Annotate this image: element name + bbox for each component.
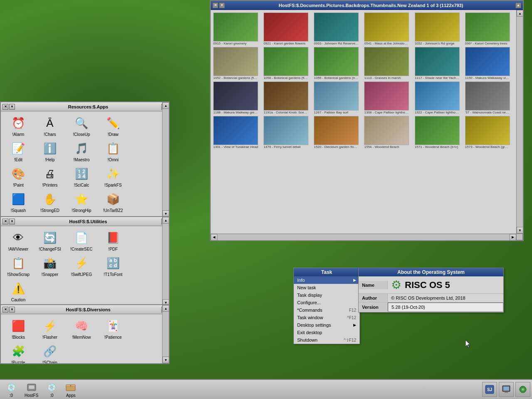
app-icon-!MemNow[interactable]: 🧠!MemNow [66, 317, 96, 340]
pic-window-titlebar[interactable]: ✕ ▼ HostFS:$.Documents.Pictures.Backdrop… [211, 1, 523, 10]
photo-thumb[interactable]: 1267 - Palliser Bay surf [314, 81, 362, 114]
photo-thumb[interactable]: 1573 - Woodend Beach (greenery) [465, 116, 514, 149]
photo-thumb[interactable]: 1571 - Woodend Beach (b+c) [415, 116, 463, 149]
diversions-window-toggle[interactable]: ▼ [9, 307, 15, 313]
photo-thumb[interactable]: 096* - Karori Cemetery trees [465, 12, 514, 45]
photo-thumb[interactable]: 0915 - Karori greenery [213, 12, 262, 45]
app-icon-!Squash[interactable]: 🟦!Squash [3, 190, 33, 214]
photo-thumb[interactable]: 1058 - Botanical gardens (floor... [264, 47, 312, 80]
app-icon-!SChain[interactable]: 🔗!SChain [35, 342, 65, 363]
utilities-scrollbar[interactable]: ▲ ▼ [162, 217, 169, 306]
app-icon-!Maestro[interactable]: 🎵!Maestro [66, 139, 96, 163]
menu-item-desktop-settings[interactable]: Desktop settings▶ [294, 321, 360, 329]
taskbar-item-apps[interactable]: Apps [61, 380, 80, 399]
photo-thumb[interactable]: 1520 - Diecidum garden flowers [314, 116, 362, 149]
diversions-window-close[interactable]: ✕ [2, 307, 8, 313]
app-icon-!Printers[interactable]: 🖨!Printers [35, 165, 65, 188]
apps-window-titlebar[interactable]: ✕ ▼ Resources:$.Apps ▲ [1, 102, 169, 111]
diversions-scrollbar[interactable]: ▲ ▼ [162, 305, 169, 363]
app-icon-!ShowScrap[interactable]: 📋!ShowScrap [3, 254, 33, 278]
photo-thumb[interactable]: 1188 - Makura Walkway greenery [213, 81, 262, 114]
app-icon-!Puzzle[interactable]: 🧩!Puzzle [3, 342, 33, 363]
scroll-up-btn[interactable]: ▲ [163, 102, 169, 109]
app-icon-!Chars[interactable]: Ā!Chars [35, 114, 65, 138]
photo-thumb[interactable]: 0541 - Mass at the Johnston Hills [364, 12, 413, 45]
photo-thumb[interactable]: 1301 - View of Turakirae Head [213, 116, 262, 149]
pic-close-btn[interactable]: ✕ [212, 2, 218, 8]
app-icon-!Blocks[interactable]: 🟥!Blocks [3, 317, 33, 340]
app-icon-!StrongED[interactable]: ✋!StrongED [35, 190, 65, 214]
app-icon-!Draw[interactable]: ✏️!Draw [98, 114, 128, 138]
app-icon-!Paint[interactable]: 🎨!Paint [3, 165, 33, 188]
photo-thumb[interactable]: 1056 - Botanical gardens (treeto... [314, 47, 362, 80]
apps-window-toggle[interactable]: ▼ [9, 104, 15, 110]
pic-scroll-up-btn[interactable]: ▲ [517, 10, 523, 17]
taskbar-monitor-icon[interactable] [499, 382, 514, 397]
photo-thumb[interactable]: 0921 - Karori garden flowers [264, 12, 312, 45]
div-scroll-up[interactable]: ▲ [163, 305, 169, 312]
diversions-window-titlebar[interactable]: ✕ ▼ HostFS:$.Diversions ▲ [1, 305, 169, 314]
photo-thumb[interactable]: '37 - Wainuiomata Coast near... [465, 81, 514, 114]
menu-item-info[interactable]: Info▶ [294, 276, 360, 284]
photo-thumb[interactable]: 1479 - Ferry tunnel detail [264, 116, 312, 149]
utilities-window-close[interactable]: ✕ [2, 219, 8, 224]
apps-window-scrollbar[interactable]: ▲ ▼ [162, 102, 169, 217]
menu-item-task-window[interactable]: Task window^F12 [294, 314, 360, 321]
app-icon-!Patience[interactable]: 🃏!Patience [98, 317, 128, 340]
app-icon-!UnTarBZ2[interactable]: 📦!UnTarBZ2 [98, 190, 128, 214]
app-icon-!Edit[interactable]: 📝!Edit [3, 139, 33, 163]
menu-item-configure...[interactable]: Configure... [294, 299, 360, 306]
menu-item-new-task[interactable]: New task [294, 284, 360, 291]
photo-thumb[interactable]: 1150 - Makura Walkaway view [465, 47, 514, 80]
photo-thumb[interactable]: 1113 - Grasses in marsh [364, 47, 413, 80]
pic-scroll-down-btn[interactable]: ▼ [517, 227, 523, 234]
taskbar-settings-icon[interactable] [515, 382, 530, 397]
photo-thumb[interactable]: 1191a - Colonial Knob: Scenic Po... [264, 81, 312, 114]
app-icon-!SwiftJPEG[interactable]: ⚡!SwiftJPEG [66, 254, 96, 278]
app-icon-!Help[interactable]: ℹ️!Help [35, 139, 65, 163]
app-icon-!SciCalc[interactable]: 🔢!SciCalc [66, 165, 96, 188]
pic-scroll-left-btn[interactable]: ◀ [211, 234, 217, 241]
pic-scroll-btn[interactable]: ▲ [515, 2, 521, 8]
app-icon-!PDF[interactable]: 📕!PDF [98, 229, 128, 252]
menu-item-exit-desktop[interactable]: Exit desktop [294, 329, 360, 336]
app-icon-!SparkFS[interactable]: ✨!SparkFS [98, 165, 128, 188]
app-icon-!StrongHip[interactable]: ⭐!StrongHip [66, 190, 96, 214]
apps-window-close[interactable]: ✕ [2, 104, 8, 110]
menu-item-shutdown[interactable]: Shutdown^⇧F12 [294, 336, 360, 344]
div-scroll-down[interactable]: ▼ [163, 357, 169, 363]
photo-thumb[interactable]: 1308 - Cape Palliser lighthouse [364, 81, 413, 114]
menu-item-task-display[interactable]: Task display [294, 291, 360, 299]
app-icon-!AWViewer[interactable]: 👁!AWViewer [3, 229, 33, 252]
utilities-window-titlebar[interactable]: ✕ ▼ HostFS:$.Utilities ▲ [1, 217, 169, 226]
photo-thumb[interactable]: 1052 - Johnson's Rd gorge [415, 12, 463, 45]
app-icon-!Alarm[interactable]: ⏰!Alarm [3, 114, 33, 138]
app-icon-!Omni[interactable]: 📋!Omni [98, 139, 128, 163]
photo-thumb[interactable]: 1322 - Cape Palliser lighthouse view [415, 81, 463, 114]
taskbar-swiftjpeg-icon[interactable]: SJ [482, 382, 497, 397]
photo-thumb[interactable]: 0933 - Johnsen Rd Reserve greenery [314, 12, 362, 45]
util-scroll-up[interactable]: ▲ [163, 217, 169, 224]
pic-hscrollbar[interactable]: ◀ ▶ [211, 234, 516, 240]
app-icon-img: 🟥 [10, 318, 27, 334]
app-icon-!CreateSEC[interactable]: 📄!CreateSEC [66, 229, 96, 252]
photo-caption: 1308 - Cape Palliser lighthouse [364, 111, 409, 114]
taskbar-item-1[interactable]: 💿 :0 [42, 380, 61, 399]
app-icon-!Flasher[interactable]: ⚡!Flasher [35, 317, 65, 340]
utilities-window-toggle[interactable]: ▼ [9, 219, 15, 224]
taskbar-item-0[interactable]: 💿 :0 [2, 380, 21, 399]
app-icon-!T1ToFont[interactable]: 🔡!T1ToFont [98, 254, 128, 278]
pic-scroll-right-btn[interactable]: ▶ [510, 234, 516, 241]
app-icon-!Snapper[interactable]: 📸!Snapper [35, 254, 65, 278]
taskbar-item-hostfs[interactable]: HostFS [21, 380, 42, 399]
photo-thumb[interactable]: 1117 - Shade near the Yacht Club [415, 47, 463, 80]
photo-thumb[interactable]: 1052 - Botancial gardens (floor... [213, 47, 262, 80]
pic-scrollbar[interactable]: ▲ ▼ [516, 10, 523, 234]
photo-thumb[interactable]: 1554 - Woodend Beach [364, 116, 413, 149]
app-icon-Caution[interactable]: ⚠️Caution [3, 279, 33, 303]
pic-corner-btn[interactable] [516, 234, 523, 240]
pic-toggle-btn[interactable]: ▼ [219, 2, 225, 8]
app-icon-!ChangeFSI[interactable]: 🔄!ChangeFSI [35, 229, 65, 252]
menu-item-*commands[interactable]: *CommandsF12 [294, 306, 360, 314]
app-icon-!CloseUp[interactable]: 🔍!CloseUp [66, 114, 96, 138]
